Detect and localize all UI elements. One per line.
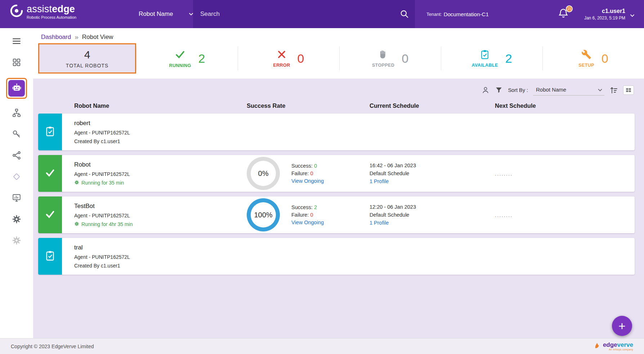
header-current-schedule: Current Schedule: [370, 102, 495, 109]
schedule-name: Default Schedule: [370, 212, 495, 218]
add-robot-button[interactable]: +: [612, 316, 632, 336]
stat-running[interactable]: RUNNING 2: [136, 47, 238, 70]
failure-count: Failure: 0: [291, 212, 324, 218]
status-badge-available: [38, 114, 62, 150]
running-count: 2: [198, 52, 205, 66]
check-icon: [45, 167, 55, 180]
total-robots-card[interactable]: 4 TOTAL ROBOTS: [38, 43, 136, 74]
filter-funnel-icon[interactable]: [495, 86, 503, 94]
robot-row-robert[interactable]: robert Agent - PUNITP162572L Created By …: [38, 114, 635, 150]
stat-setup[interactable]: SETUP 0: [542, 47, 644, 70]
total-robots-label: TOTAL ROBOTS: [66, 63, 108, 68]
robot-created-by: Created By c1.user1: [74, 263, 244, 269]
breadcrumb: Dashboard » Robot View: [33, 28, 644, 41]
clipboard-check-icon: [45, 126, 55, 138]
wrench-tools-icon: [581, 49, 591, 61]
search-category-dropdown[interactable]: Robot Name: [139, 0, 193, 28]
sidebar-item-advanced-settings[interactable]: [9, 235, 24, 248]
app-logo: assistedge Robotic Process Automation: [10, 4, 76, 19]
user-info[interactable]: c1.user1 Jan 6, 2023, 5:19 PM: [584, 0, 625, 28]
sort-by-label: Sort By :: [508, 87, 528, 93]
stopped-count: 0: [402, 52, 408, 66]
view-ongoing-link[interactable]: View Ongoing: [291, 178, 324, 184]
breadcrumb-dashboard-link[interactable]: Dashboard: [41, 34, 71, 41]
notifications-bell-icon[interactable]: 15: [558, 7, 572, 22]
table-header-row: Robot Name Success Rate Current Schedule…: [38, 102, 635, 114]
check-icon: [45, 209, 55, 221]
robot-agent: Agent - PUNITP162572L: [74, 171, 244, 177]
status-badge-available: [38, 238, 62, 275]
user-filter-icon[interactable]: [481, 86, 490, 94]
robot-row-tral[interactable]: tral Agent - PUNITP162572L Created By c1…: [38, 238, 635, 275]
user-menu-chevron-icon[interactable]: [630, 12, 635, 19]
robot-agent: Agent - PUNITP162572L: [74, 130, 244, 136]
robot-created-by: Created By c1.user1: [74, 138, 244, 144]
sidebar-item-robots[interactable]: [8, 80, 25, 97]
search-icon[interactable]: [400, 9, 409, 19]
copyright-text: Copyright © 2023 EdgeVerve Limited: [11, 344, 94, 349]
next-schedule-placeholder: ........: [495, 171, 513, 177]
clipboard-check-icon: [480, 49, 490, 61]
header-robot-name: Robot Name: [62, 102, 244, 109]
sidebar-nav: [0, 28, 33, 338]
robot-row-Robot[interactable]: Robot Agent - PUNITP162572L Running for …: [38, 155, 635, 192]
sidebar-item-monitoring[interactable]: [9, 192, 24, 205]
footer: Copyright © 2023 EdgeVerve Limited edgev…: [0, 338, 644, 354]
success-rate-donut: 100%: [247, 198, 280, 231]
notification-count-badge: 15: [566, 5, 573, 12]
robot-agent: Agent - PUNITP162572L: [74, 213, 244, 218]
sidebar-item-apps[interactable]: [9, 57, 24, 70]
sidebar-item-settings[interactable]: [9, 213, 24, 226]
chevron-down-icon: [598, 87, 602, 93]
grid-view-toggle[interactable]: [623, 85, 634, 95]
robot-running-status: Running for 35 min: [74, 180, 244, 186]
robot-name: Robot: [74, 161, 244, 168]
list-toolbar: Sort By : Robot Name: [33, 84, 634, 97]
gear-icon: [12, 214, 21, 225]
robot-running-status: Running for 4hr 35 min: [74, 221, 244, 227]
success-rate-value: 0%: [251, 161, 276, 186]
error-count: 0: [298, 52, 304, 66]
app-header: assistedge Robotic Process Automation Ro…: [0, 0, 644, 28]
next-schedule-placeholder: ........: [495, 212, 513, 218]
profile-link[interactable]: 1 Profile: [370, 220, 495, 226]
success-count: Success: 2: [291, 204, 324, 210]
sort-by-select[interactable]: Robot Name: [533, 85, 604, 96]
sort-ascending-icon[interactable]: [609, 86, 618, 94]
top-panel: Dashboard » Robot View 4 TOTAL ROBOTS RU…: [33, 28, 644, 79]
check-icon: [175, 49, 185, 61]
apps-grid-icon: [12, 58, 21, 68]
brand-name: assistedge: [27, 4, 75, 14]
total-robots-value: 4: [84, 49, 90, 61]
user-name: c1.user1: [602, 8, 625, 14]
robot-name: TestBot: [74, 203, 244, 210]
cross-icon: [277, 49, 287, 61]
gear-small-icon: [74, 221, 79, 227]
setup-count: 0: [601, 52, 608, 66]
robot-row-TestBot[interactable]: TestBot Agent - PUNITP162572L Running fo…: [38, 196, 635, 233]
sidebar-item-process-hierarchy[interactable]: [9, 107, 24, 120]
stats-row: 4 TOTAL ROBOTS RUNNING 2 ERROR 0: [33, 42, 644, 75]
edgeverve-tagline: An Infosys company: [609, 349, 633, 351]
view-ongoing-link[interactable]: View Ongoing: [291, 220, 324, 225]
edgeverve-flame-icon: [594, 342, 601, 351]
stat-available[interactable]: AVAILABLE 2: [441, 47, 542, 70]
success-count: Success: 0: [291, 163, 324, 169]
profile-link[interactable]: 1 Profile: [370, 178, 495, 184]
schedule-name: Default Schedule: [370, 171, 495, 176]
sidebar-item-packages[interactable]: [9, 171, 24, 184]
gear-outline-icon: [12, 236, 21, 247]
failure-count: Failure: 0: [291, 171, 324, 176]
hamburger-icon: [12, 36, 21, 47]
menu-toggle-button[interactable]: [9, 35, 24, 48]
diamond-icon: [12, 172, 21, 183]
sidebar-item-workflow[interactable]: [9, 150, 24, 163]
stat-stopped[interactable]: STOPPED 0: [339, 47, 441, 70]
stat-error[interactable]: ERROR 0: [238, 47, 339, 70]
robots-highlight-annotation: [6, 78, 27, 99]
share-nodes-icon: [12, 151, 21, 161]
clipboard-check-icon: [45, 250, 55, 262]
sidebar-item-credentials[interactable]: [9, 128, 24, 141]
breadcrumb-current: Robot View: [82, 34, 113, 41]
search-input[interactable]: [193, 10, 388, 18]
